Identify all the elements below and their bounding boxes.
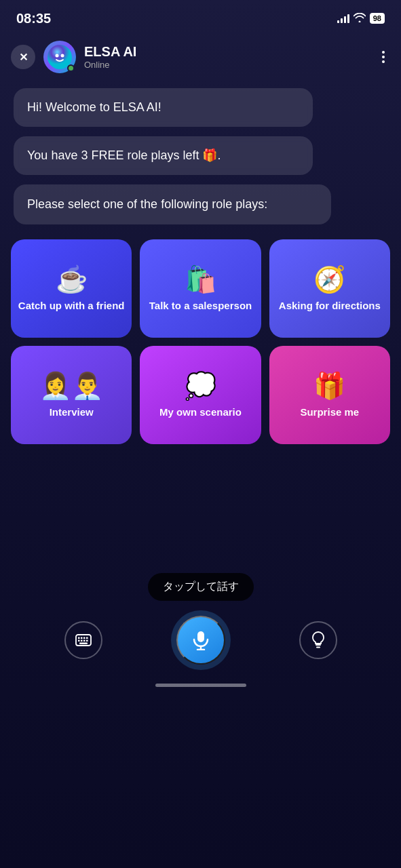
svg-rect-4 [78, 637, 80, 639]
message-welcome: Hi! Welcome to ELSA AI! [14, 88, 313, 127]
status-time: 08:35 [16, 11, 51, 26]
svg-rect-9 [81, 640, 83, 642]
svg-rect-6 [83, 637, 85, 639]
interview-label: Interview [50, 406, 94, 419]
role-card-salesperson[interactable]: 🛍️ Talk to a salesperson [140, 239, 261, 338]
bottom-controls [0, 609, 401, 678]
svg-rect-10 [83, 640, 85, 642]
online-indicator [67, 64, 75, 72]
chat-header: ✕ ELSA AI Online [0, 34, 401, 80]
avatar-container [43, 41, 76, 73]
wifi-icon [354, 13, 366, 24]
directions-icon: 🧭 [313, 267, 345, 292]
keyboard-icon [75, 634, 92, 646]
role-card-directions[interactable]: 🧭 Asking for directions [269, 239, 390, 338]
message-free-plays: You have 3 FREE role plays left 🎁. [14, 136, 313, 175]
lightbulb-icon [311, 631, 326, 649]
role-card-own-scenario[interactable]: 💭 My own scenario [140, 346, 261, 444]
status-bar: 08:35 98 [0, 0, 401, 34]
svg-rect-11 [86, 640, 88, 642]
home-indicator [155, 684, 246, 687]
interview-icon: 👩‍💼👨‍💼 [39, 373, 103, 399]
message-select-prompt: Please select one of the following role … [14, 184, 331, 224]
svg-rect-7 [86, 637, 88, 639]
header-info: ELSA AI Online [84, 44, 368, 70]
own-scenario-label: My own scenario [159, 406, 242, 419]
svg-point-2 [61, 54, 64, 58]
svg-rect-16 [316, 644, 321, 646]
bottom-spacer [0, 451, 401, 573]
surprise-icon: 🎁 [313, 373, 345, 399]
own-scenario-icon: 💭 [185, 373, 216, 399]
keyboard-button[interactable] [64, 621, 102, 659]
app-name: ELSA AI [84, 44, 368, 60]
svg-rect-5 [81, 637, 83, 639]
mic-button[interactable] [176, 616, 225, 665]
online-status: Online [84, 60, 368, 70]
svg-rect-13 [197, 631, 204, 642]
mic-icon [191, 630, 211, 650]
close-button[interactable]: ✕ [11, 45, 35, 69]
tap-hint-label: タップして話す [148, 573, 254, 601]
lightbulb-button[interactable] [299, 621, 337, 659]
svg-rect-17 [316, 647, 320, 648]
chat-area: Hi! Welcome to ELSA AI! You have 3 FREE … [0, 80, 401, 233]
svg-rect-12 [79, 643, 88, 645]
surprise-label: Surprise me [300, 406, 359, 419]
catch-up-icon: ☕ [56, 267, 88, 292]
battery-indicator: 98 [370, 13, 385, 24]
signal-icon [337, 14, 349, 23]
svg-point-1 [56, 54, 59, 58]
salesperson-label: Talk to a salesperson [149, 299, 252, 313]
role-card-catch-up[interactable]: ☕ Catch up with a friend [11, 239, 132, 338]
catch-up-label: Catch up with a friend [18, 299, 125, 313]
salesperson-icon: 🛍️ [185, 267, 216, 292]
role-card-surprise[interactable]: 🎁 Surprise me [269, 346, 390, 444]
role-play-grid: ☕ Catch up with a friend 🛍️ Talk to a sa… [0, 233, 401, 451]
directions-label: Asking for directions [279, 299, 381, 313]
status-icons: 98 [337, 13, 385, 24]
role-card-interview[interactable]: 👩‍💼👨‍💼 Interview [11, 346, 132, 444]
tap-hint-container: タップして話す [0, 573, 401, 609]
svg-rect-8 [78, 640, 80, 642]
more-button[interactable] [377, 48, 390, 66]
